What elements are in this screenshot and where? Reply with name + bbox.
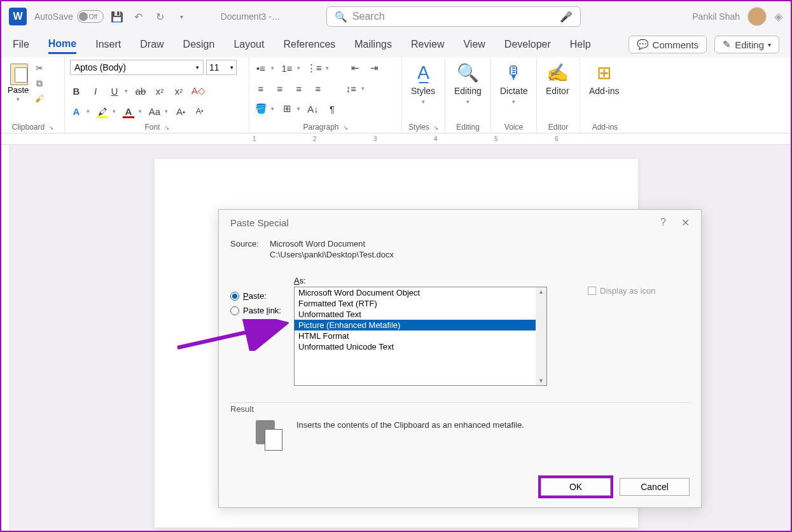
shading-icon[interactable]: 🪣	[254, 102, 267, 116]
addins-button[interactable]: ⊞Add-ins	[585, 60, 623, 99]
list-item[interactable]: Formatted Text (RTF)	[295, 298, 546, 309]
clipboard-dialog-launcher-icon[interactable]: ↘	[48, 124, 53, 131]
change-case-button[interactable]: Aa	[148, 104, 161, 118]
tab-help[interactable]: Help	[570, 36, 591, 53]
tab-mailings[interactable]: Mailings	[354, 36, 392, 53]
align-left-icon[interactable]: ≡	[254, 81, 267, 95]
microphone-icon[interactable]: 🎤	[560, 11, 573, 23]
line-spacing-icon[interactable]: ↕≡	[345, 81, 358, 95]
find-icon: 🔍	[457, 62, 479, 83]
font-color-icon[interactable]: A	[122, 104, 135, 118]
styles-dialog-launcher-icon[interactable]: ↘	[433, 124, 438, 131]
editor-group-label: Editor	[548, 123, 568, 132]
editor-label: Editor	[546, 86, 569, 96]
tab-review[interactable]: Review	[411, 36, 444, 53]
user-name[interactable]: Pankil Shah	[692, 11, 740, 22]
styles-button[interactable]: A̲Styles▾	[407, 60, 439, 107]
undo-icon[interactable]: ↶	[133, 11, 144, 22]
listbox-scrollbar[interactable]: ▲▼	[536, 287, 546, 385]
highlight-icon[interactable]: 🖍	[96, 104, 109, 118]
ribbon: Paste ▾ ✂ ⧉ 🖌 Clipboard↘ Aptos (Body)▾ 1…	[1, 57, 791, 133]
tab-file[interactable]: File	[13, 36, 29, 53]
justify-icon[interactable]: ≡	[312, 81, 324, 95]
tab-insert[interactable]: Insert	[95, 36, 121, 53]
align-center-icon[interactable]: ≡	[274, 81, 286, 95]
display-as-icon-checkbox[interactable]: Display as icon	[588, 286, 690, 296]
text-effects-icon[interactable]: A	[70, 104, 83, 118]
ok-button[interactable]: OK	[541, 478, 611, 496]
superscript-button[interactable]: x2	[172, 84, 185, 98]
italic-button[interactable]: I	[89, 84, 102, 98]
show-marks-icon[interactable]: ¶	[326, 102, 338, 116]
autosave-toggle[interactable]: AutoSave Off	[34, 10, 104, 23]
document-title[interactable]: Document3 -…	[221, 11, 281, 22]
font-dialog-launcher-icon[interactable]: ↘	[164, 124, 169, 131]
chevron-down-icon: ▾	[17, 96, 20, 102]
toggle-knob	[79, 12, 88, 21]
shrink-font-icon[interactable]: A▾	[193, 104, 206, 118]
dialog-titlebar[interactable]: Paste Special ? ✕	[219, 210, 701, 235]
avatar[interactable]	[747, 7, 767, 26]
qat-dropdown-icon[interactable]: ▾	[176, 11, 188, 22]
align-right-icon[interactable]: ≡	[293, 81, 305, 95]
as-label: As:	[294, 276, 581, 285]
dictate-label: Dictate	[500, 86, 528, 96]
format-painter-icon[interactable]: 🖌	[34, 93, 45, 104]
title-bar: W AutoSave Off 💾 ↶ ↻ ▾ Document3 -… 🔍 Se…	[1, 1, 791, 32]
search-box[interactable]: 🔍 Search 🎤	[326, 6, 581, 27]
editing-mode-button[interactable]: ✎ Editing ▾	[714, 36, 779, 53]
tab-view[interactable]: View	[463, 36, 485, 53]
copy-icon[interactable]: ⧉	[34, 78, 45, 89]
bullets-icon[interactable]: •≡	[254, 61, 267, 75]
subscript-button[interactable]: x2	[153, 84, 166, 98]
clear-formatting-icon[interactable]: A◇	[191, 84, 205, 98]
dictate-button[interactable]: 🎙Dictate▾	[496, 60, 532, 107]
grow-font-icon[interactable]: A▴	[174, 104, 187, 118]
paste-radio[interactable]: Paste:	[230, 291, 288, 301]
comments-button[interactable]: 💬 Comments	[629, 36, 707, 53]
list-item[interactable]: Microsoft Word Document Object	[295, 287, 546, 298]
editor-button[interactable]: ✍Editor	[542, 60, 573, 99]
cut-icon[interactable]: ✂	[34, 62, 45, 74]
paste-button[interactable]: Paste ▾	[6, 60, 30, 104]
scroll-up-icon[interactable]: ▲	[538, 289, 544, 295]
toggle-switch[interactable]: Off	[77, 10, 104, 23]
tab-layout[interactable]: Layout	[233, 36, 264, 53]
bold-button[interactable]: B	[70, 84, 83, 98]
editing-label: Editing	[735, 39, 764, 50]
close-icon[interactable]: ✕	[681, 217, 690, 229]
borders-icon[interactable]: ⊞	[281, 102, 293, 116]
multilevel-list-icon[interactable]: ⋮≡	[307, 61, 322, 75]
format-listbox[interactable]: Microsoft Word Document Object Formatted…	[294, 287, 547, 386]
voice-group-label: Voice	[504, 123, 523, 132]
horizontal-ruler[interactable]: 1 2 3 4 5 6	[1, 133, 791, 145]
list-item[interactable]: Unformatted Text	[295, 309, 546, 320]
tab-draw[interactable]: Draw	[140, 36, 163, 53]
tab-design[interactable]: Design	[183, 36, 215, 53]
font-name-combo[interactable]: Aptos (Body)▾	[70, 60, 204, 75]
tab-references[interactable]: References	[283, 36, 335, 53]
redo-icon[interactable]: ↻	[155, 11, 166, 22]
list-item-selected[interactable]: Picture (Enhanced Metafile)	[295, 320, 546, 331]
underline-button[interactable]: U	[108, 84, 121, 98]
tab-developer[interactable]: Developer	[504, 36, 551, 53]
vertical-ruler[interactable]	[1, 145, 10, 532]
numbering-icon[interactable]: 1≡	[281, 61, 293, 75]
scroll-down-icon[interactable]: ▼	[538, 378, 544, 384]
editing-button[interactable]: 🔍Editing▾	[450, 60, 485, 107]
help-icon[interactable]: ?	[660, 217, 666, 229]
styles-label: Styles	[411, 86, 435, 96]
decrease-indent-icon[interactable]: ⇤	[349, 61, 362, 75]
strikethrough-button[interactable]: ab	[134, 84, 147, 98]
diamond-icon[interactable]: ◈	[774, 10, 783, 24]
paragraph-dialog-launcher-icon[interactable]: ↘	[343, 124, 348, 131]
cancel-button[interactable]: Cancel	[620, 478, 690, 496]
sort-icon[interactable]: A↓	[307, 102, 319, 116]
font-size-combo[interactable]: 11▾	[206, 60, 237, 75]
list-item[interactable]: HTML Format	[295, 331, 546, 341]
save-icon[interactable]: 💾	[111, 11, 123, 22]
list-item[interactable]: Unformatted Unicode Text	[295, 341, 546, 352]
increase-indent-icon[interactable]: ⇥	[368, 61, 381, 75]
paste-link-radio[interactable]: Paste link:	[230, 306, 288, 315]
tab-home[interactable]: Home	[48, 36, 76, 54]
